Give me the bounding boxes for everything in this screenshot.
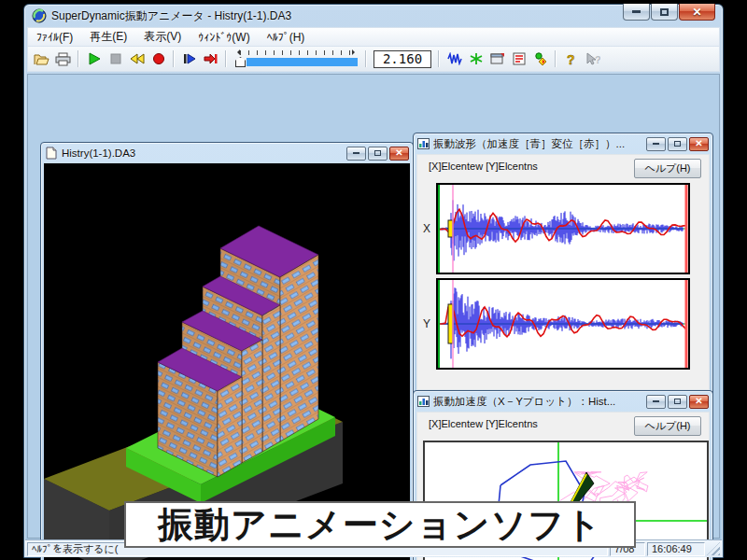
- asterisk-icon: [470, 52, 483, 65]
- waveform-panel: 振動波形（加速度［青］変位［赤］）... ✕ [X]Elcentew [Y]El…: [413, 133, 713, 394]
- x-axis-label: X: [417, 222, 436, 235]
- maximize-icon: [674, 399, 681, 404]
- maximize-icon: [374, 150, 381, 156]
- help-button[interactable]: ヘルプ(H): [634, 159, 701, 178]
- model-window: Histry(1-1).DA3 ✕: [40, 142, 414, 560]
- properties-button[interactable]: [486, 49, 508, 69]
- context-help-button[interactable]: ?: [582, 49, 603, 69]
- close-button[interactable]: ✕: [689, 137, 709, 151]
- menu-play[interactable]: 再生(E): [81, 27, 135, 47]
- slider-right-arrow[interactable]: [352, 49, 358, 55]
- timeline-slider[interactable]: [234, 49, 358, 68]
- close-button[interactable]: ✕: [389, 147, 409, 161]
- slider-track[interactable]: [234, 57, 358, 67]
- minimize-icon: [353, 152, 359, 154]
- status-time: 16:06:49: [647, 542, 705, 556]
- document-icon: [45, 147, 58, 160]
- stop-button[interactable]: [105, 49, 126, 69]
- open-button[interactable]: [31, 49, 52, 69]
- maximize-button[interactable]: [368, 147, 388, 161]
- rewind-button[interactable]: [126, 49, 148, 69]
- jump-to-end-icon: [204, 53, 218, 64]
- menu-help[interactable]: ﾍﾙﾌﾟ(H): [259, 29, 314, 46]
- minimize-button[interactable]: [623, 4, 650, 21]
- context-help-icon: ?: [585, 52, 600, 66]
- maximize-button[interactable]: [668, 137, 687, 151]
- minimize-icon: [653, 143, 659, 145]
- step-forward-button[interactable]: [178, 49, 200, 69]
- minimize-icon: [653, 400, 659, 402]
- waveform-panel-titlebar[interactable]: 振動波形（加速度［青］変位［赤］）... ✕: [414, 133, 712, 154]
- channel-labels: [X]Elcentew [Y]Elcentns: [429, 161, 538, 172]
- slider-ruler: [240, 50, 352, 55]
- model-window-titlebar[interactable]: Histry(1-1).DA3 ✕: [41, 143, 413, 163]
- minimize-button[interactable]: [346, 147, 366, 161]
- caption-banner: 振動アニメーションソフト: [124, 501, 636, 548]
- print-button[interactable]: [52, 49, 74, 69]
- close-button[interactable]: ✕: [679, 4, 715, 21]
- toolbar-separator: [555, 50, 557, 67]
- waveform-panel-body: [X]Elcentew [Y]Elcentns ヘルプ(H) X Y: [416, 154, 710, 390]
- model-mark-button[interactable]: [465, 49, 486, 69]
- y-axis-label: Y: [417, 317, 436, 330]
- xy-panel-title: 振動加速度（X－Yプロット）：Hist...: [433, 395, 641, 409]
- slider-progress: [247, 58, 358, 66]
- toolbar-separator: [78, 50, 79, 67]
- close-button[interactable]: ✕: [689, 395, 709, 409]
- waveform-icon: [447, 52, 462, 65]
- menu-bar: ﾌｧｲﾙ(F) 再生(E) 表示(V) ｳｨﾝﾄﾞｳ(W) ﾍﾙﾌﾟ(H): [27, 27, 720, 47]
- y-waveform-chart: [438, 280, 688, 368]
- main-window: SuperDynamic振動アニメータ - Histry(1-1).DA3 ✕ …: [23, 4, 724, 558]
- step-forward-icon: [183, 53, 196, 64]
- menu-view[interactable]: 表示(V): [135, 27, 190, 47]
- resize-grip[interactable]: [707, 542, 720, 555]
- x-waveform-chart: [438, 185, 688, 273]
- minimize-button[interactable]: [646, 137, 666, 151]
- svg-text:?: ?: [567, 52, 575, 66]
- help-icon: ?: [566, 52, 577, 66]
- time-display[interactable]: 2.160: [374, 50, 431, 68]
- xy-panel-titlebar[interactable]: 振動加速度（X－Yプロット）：Hist... ✕: [414, 391, 712, 412]
- menu-window[interactable]: ｳｨﾝﾄﾞｳ(W): [190, 29, 258, 46]
- maximize-button[interactable]: [651, 4, 678, 21]
- close-icon: ✕: [395, 148, 402, 158]
- svg-text:?: ?: [595, 54, 600, 65]
- report-icon: [513, 52, 526, 65]
- slider-thumb[interactable]: [235, 57, 246, 67]
- chart-icon: [417, 396, 430, 407]
- waveform-panel-title: 振動波形（加速度［青］変位［赤］）...: [433, 137, 641, 151]
- record-button[interactable]: [148, 49, 169, 69]
- legend-button[interactable]: [529, 49, 551, 69]
- report-button[interactable]: [508, 49, 529, 69]
- stop-icon: [110, 53, 121, 64]
- desktop: SuperDynamic振動アニメータ - Histry(1-1).DA3 ✕ …: [0, 0, 747, 560]
- maximize-icon: [660, 8, 669, 16]
- app-icon: [32, 8, 47, 23]
- record-icon: [152, 52, 165, 65]
- y-waveform-plot: [436, 278, 690, 370]
- play-button[interactable]: [83, 49, 105, 69]
- close-icon: ✕: [695, 139, 702, 148]
- channel-labels: [X]Elcentew [Y]Elcentns: [429, 418, 538, 429]
- minimize-button[interactable]: [646, 395, 666, 409]
- legend-icon: [534, 52, 547, 66]
- jump-to-end-button[interactable]: [200, 49, 221, 69]
- help-button[interactable]: ヘルプ(H): [634, 416, 701, 436]
- toolbar-separator: [225, 50, 227, 67]
- waveform-view-button[interactable]: [444, 49, 465, 69]
- rewind-icon: [130, 53, 145, 64]
- menu-file[interactable]: ﾌｧｲﾙ(F): [28, 29, 81, 46]
- chart-icon: [417, 138, 430, 149]
- properties-icon: [490, 52, 505, 65]
- toolbar-separator: [173, 50, 175, 67]
- open-folder-icon: [34, 52, 49, 66]
- toolbar-separator: [365, 50, 367, 67]
- maximize-button[interactable]: [668, 395, 687, 409]
- main-titlebar[interactable]: SuperDynamic振動アニメータ - Histry(1-1).DA3 ✕: [24, 5, 723, 27]
- help-button[interactable]: ?: [560, 49, 582, 69]
- mdi-client-area: Histry(1-1).DA3 ✕: [27, 74, 720, 539]
- window-title: SuperDynamic振動アニメータ - Histry(1-1).DA3: [51, 8, 291, 24]
- toolbar: 2.160: [27, 47, 720, 72]
- caption-text: 振動アニメーションソフト: [158, 501, 602, 549]
- minimize-icon: [632, 10, 641, 13]
